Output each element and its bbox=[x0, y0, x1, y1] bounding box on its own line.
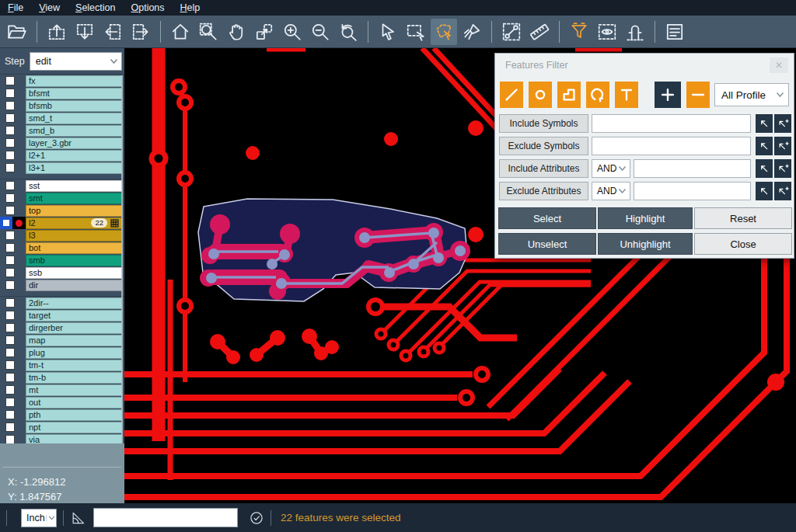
layer-name[interactable]: dir bbox=[26, 280, 122, 291]
zoom-in-button[interactable] bbox=[279, 19, 305, 45]
layer-visibility-checkbox[interactable] bbox=[5, 348, 15, 357]
layer-name[interactable]: layer_3.gbr bbox=[26, 137, 122, 149]
zoom-out-button[interactable] bbox=[307, 19, 333, 45]
exclude-symbols-button[interactable]: Exclude Symbols bbox=[499, 137, 588, 155]
layer-row-pth[interactable]: pth bbox=[0, 409, 124, 421]
dialog-close-button[interactable]: ✕ bbox=[770, 57, 788, 73]
pick-from-canvas-button[interactable] bbox=[756, 159, 773, 178]
pick-add-from-canvas-button[interactable] bbox=[774, 137, 791, 155]
filter-value-field[interactable] bbox=[592, 115, 750, 132]
filter-funnel-button[interactable] bbox=[566, 19, 592, 45]
unselect-button[interactable]: Unselect bbox=[498, 233, 596, 255]
measure-button[interactable] bbox=[498, 19, 525, 45]
layer-row-layer_3.gbr[interactable]: layer_3.gbr bbox=[0, 137, 124, 149]
layer-name[interactable]: bfsmb bbox=[26, 100, 122, 112]
pan-left-button[interactable] bbox=[100, 19, 126, 45]
menu-view[interactable]: View bbox=[31, 1, 68, 15]
close-button[interactable]: Close bbox=[694, 233, 792, 255]
select-button[interactable]: Select bbox=[498, 207, 596, 229]
exclude-attributes-button[interactable]: Exclude Attributes bbox=[499, 182, 588, 200]
layer-name[interactable]: target bbox=[26, 310, 122, 322]
filter-type-surface-button[interactable] bbox=[557, 82, 581, 108]
snap-button[interactable] bbox=[622, 19, 648, 45]
layer-visibility-checkbox[interactable] bbox=[5, 360, 15, 370]
layer-visibility-checkbox[interactable] bbox=[5, 422, 15, 432]
layer-name[interactable]: l3 bbox=[26, 230, 122, 242]
unit-select[interactable]: Inch bbox=[21, 509, 57, 527]
add-filter-button[interactable] bbox=[655, 82, 681, 108]
layer-name[interactable]: ssb bbox=[26, 267, 122, 279]
layer-row-map[interactable]: map bbox=[0, 334, 124, 346]
layer-visibility-checkbox[interactable] bbox=[5, 256, 15, 265]
home-button[interactable] bbox=[167, 19, 194, 45]
layer-name[interactable]: map bbox=[26, 335, 122, 346]
pan-right-button[interactable] bbox=[127, 19, 154, 45]
layer-row-target[interactable]: target bbox=[0, 309, 124, 322]
layer-visibility-checkbox[interactable] bbox=[5, 206, 15, 215]
poly-select-button[interactable] bbox=[431, 19, 457, 45]
pick-from-canvas-button[interactable] bbox=[756, 137, 773, 155]
layer-visibility-checkbox[interactable] bbox=[5, 113, 15, 123]
layer-name[interactable]: tm-b bbox=[26, 372, 122, 384]
filter-value-input[interactable] bbox=[592, 114, 751, 133]
layer-row-2dir--[interactable]: 2dir-- bbox=[0, 297, 124, 309]
layer-name[interactable]: top bbox=[26, 205, 122, 217]
layer-row-dir[interactable]: dir bbox=[0, 279, 124, 291]
open-folder-button[interactable] bbox=[4, 19, 30, 45]
include-symbols-button[interactable]: Include Symbols bbox=[499, 114, 588, 133]
pick-add-from-canvas-button[interactable] bbox=[774, 114, 791, 133]
measure-corner-icon[interactable] bbox=[70, 510, 86, 526]
logic-operator-select[interactable]: AND bbox=[592, 182, 630, 200]
menu-selection[interactable]: Selection bbox=[68, 1, 123, 15]
layer-row-bot[interactable]: bot bbox=[0, 242, 124, 254]
layer-name[interactable]: dirgerber bbox=[26, 322, 122, 334]
layer-visibility-checkbox[interactable] bbox=[5, 398, 15, 407]
sync-icon[interactable] bbox=[249, 510, 264, 526]
layer-list-scrollbar[interactable] bbox=[121, 75, 123, 464]
filter-value-field[interactable] bbox=[592, 137, 750, 155]
grid-icon[interactable] bbox=[110, 219, 119, 228]
reset-button[interactable]: Reset bbox=[694, 207, 792, 229]
pan-up-button[interactable] bbox=[44, 19, 70, 45]
layer-row-l3[interactable]: l3 bbox=[0, 229, 124, 242]
pick-from-canvas-button[interactable] bbox=[756, 182, 773, 200]
profile-select[interactable]: All Profile bbox=[714, 83, 789, 106]
layer-row-l3+1[interactable]: l3+1 bbox=[0, 162, 124, 174]
highlight-button[interactable]: Highlight bbox=[598, 207, 693, 229]
layer-visibility-checkbox[interactable] bbox=[5, 323, 15, 332]
pick-from-canvas-button[interactable] bbox=[756, 114, 773, 133]
layer-visibility-checkbox[interactable] bbox=[5, 181, 15, 190]
layer-row-l2[interactable]: l222 bbox=[0, 217, 124, 229]
layer-visibility-checkbox[interactable] bbox=[5, 76, 15, 85]
layer-visibility-checkbox[interactable] bbox=[5, 373, 15, 382]
menu-options[interactable]: Options bbox=[123, 1, 172, 15]
step-select[interactable]: edit bbox=[30, 52, 122, 71]
command-input-field[interactable] bbox=[94, 509, 237, 527]
layer-visibility-checkbox[interactable] bbox=[0, 217, 12, 229]
layer-visibility-checkbox[interactable] bbox=[5, 298, 15, 308]
menu-help[interactable]: Help bbox=[173, 1, 208, 15]
clean-brush-button[interactable] bbox=[459, 19, 485, 45]
layer-visibility-checkbox[interactable] bbox=[5, 311, 15, 320]
layer-visibility-checkbox[interactable] bbox=[5, 151, 15, 160]
layer-name[interactable]: smb bbox=[26, 255, 122, 266]
layer-row-sst[interactable]: sst bbox=[0, 179, 124, 192]
layer-name[interactable]: sst bbox=[26, 180, 122, 192]
layer-visibility-checkbox[interactable] bbox=[5, 410, 15, 419]
filter-type-arc-button[interactable] bbox=[586, 82, 609, 108]
pan-down-button[interactable] bbox=[72, 19, 98, 45]
layer-name[interactable]: l222 bbox=[26, 217, 122, 229]
layer-name[interactable]: mt bbox=[26, 384, 122, 396]
layer-name[interactable]: smd_t bbox=[26, 113, 122, 124]
layer-visibility-checkbox[interactable] bbox=[5, 89, 15, 98]
zoom-object-button[interactable] bbox=[251, 19, 278, 45]
layer-visibility-checkbox[interactable] bbox=[5, 336, 15, 345]
layer-visibility-checkbox[interactable] bbox=[5, 280, 15, 290]
layer-name[interactable]: smd_b bbox=[26, 125, 122, 137]
layer-row-smb[interactable]: smb bbox=[0, 254, 124, 266]
filter-type-pad-button[interactable] bbox=[529, 82, 552, 108]
layer-name[interactable]: bot bbox=[26, 242, 122, 254]
layer-row-bfsmt[interactable]: bfsmt bbox=[0, 87, 124, 99]
layer-visibility-checkbox[interactable] bbox=[5, 231, 15, 240]
layer-row-dirgerber[interactable]: dirgerber bbox=[0, 322, 124, 334]
